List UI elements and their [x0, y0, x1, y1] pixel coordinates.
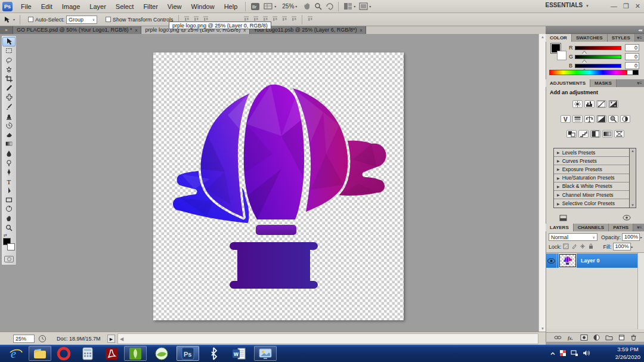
taskbar-corel-orb-icon[interactable]	[150, 346, 173, 361]
status-options-arrow[interactable]: ▶	[107, 335, 115, 343]
taskbar-acrobat-icon[interactable]	[100, 346, 123, 361]
rotate-view-tool[interactable]	[2, 205, 16, 214]
color-slider-r[interactable]: R0	[569, 44, 639, 51]
menu-help[interactable]: Help	[219, 3, 243, 10]
menu-select[interactable]: Select	[111, 3, 139, 10]
close-button[interactable]: ✕	[635, 2, 640, 10]
vibrance-icon[interactable]: V	[561, 115, 571, 123]
posterize-icon[interactable]	[578, 130, 589, 138]
menu-file[interactable]: File	[16, 3, 36, 10]
layers-scrollbar[interactable]	[637, 253, 644, 329]
opacity-value[interactable]: 100%	[622, 233, 640, 241]
taskbar-calculator-icon[interactable]	[76, 346, 99, 361]
horizontal-scrollbar[interactable]: ◀	[117, 333, 538, 344]
extras-icon[interactable]: ▾	[264, 2, 276, 10]
color-balance-icon[interactable]	[584, 115, 595, 123]
lock-all-icon[interactable]	[588, 243, 594, 250]
brightness-contrast-icon[interactable]	[572, 100, 583, 108]
dist-5[interactable]	[281, 16, 288, 23]
photoshop-logo-icon[interactable]: Ps	[2, 2, 13, 11]
rotate-view-icon[interactable]	[326, 2, 333, 10]
photo-filter-icon[interactable]	[608, 115, 618, 123]
hand-tool[interactable]	[2, 214, 16, 223]
tab-close-icon[interactable]: x	[135, 27, 137, 33]
lock-pixels-icon[interactable]	[571, 243, 577, 250]
auto-select-checkbox[interactable]	[28, 17, 33, 22]
zoom-level-dropdown[interactable]: 25%▾	[280, 2, 299, 10]
zoom-level-field[interactable]: 25%	[13, 335, 35, 343]
preset-exposure-presets[interactable]: ▶Exposure Presets	[554, 165, 629, 174]
network-icon[interactable]	[571, 349, 578, 358]
taskbar-word-icon[interactable]: w	[228, 346, 250, 361]
expand-panel-icon[interactable]	[559, 215, 567, 222]
menu-filter[interactable]: Filter	[138, 3, 162, 10]
flag-icon[interactable]	[559, 349, 566, 358]
tab-swatches[interactable]: SWATCHES	[572, 34, 608, 42]
taskbar-clock[interactable]: 3:59 PM 2/26/2020	[615, 345, 640, 361]
vertical-scrollbar[interactable]: ▲ ▼	[538, 34, 546, 332]
path-selection-tool[interactable]	[2, 186, 16, 196]
blend-mode-dropdown[interactable]: Normal∨	[549, 233, 597, 241]
taskbar-opera-icon[interactable]	[52, 346, 75, 361]
menu-view[interactable]: View	[163, 3, 187, 10]
layer-visibility-eye-icon[interactable]	[546, 253, 557, 268]
hidden-icons-arrow[interactable]	[550, 350, 555, 357]
show-transform-checkbox[interactable]	[106, 17, 111, 22]
lasso-tool[interactable]	[2, 55, 16, 65]
auto-align-icon[interactable]	[306, 16, 314, 23]
group-icon[interactable]	[605, 335, 613, 341]
color-spectrum-bar[interactable]	[549, 70, 639, 75]
gradient-map-icon[interactable]	[602, 130, 612, 138]
foreground-background-colors[interactable]: ⇄	[2, 234, 16, 252]
color-slider-b[interactable]: B0	[569, 62, 639, 69]
tab-channels[interactable]: CHANNELS	[574, 224, 609, 231]
channel-mixer-icon[interactable]	[620, 115, 630, 123]
background-color-swatch[interactable]	[7, 243, 15, 250]
reset-adjustment-icon[interactable]	[623, 215, 631, 222]
lock-transparency-icon[interactable]	[563, 243, 569, 250]
screen-mode-icon[interactable]: ▾	[359, 2, 371, 10]
preset-black-white-presets[interactable]: ▶Black & White Presets	[554, 182, 629, 191]
restore-button[interactable]: ❐	[623, 2, 629, 10]
menu-edit[interactable]: Edit	[36, 3, 57, 10]
curves-icon[interactable]	[596, 100, 606, 108]
lock-position-icon[interactable]	[580, 243, 586, 250]
mask-icon[interactable]	[580, 335, 588, 341]
fill-value[interactable]: 100%	[613, 243, 631, 250]
preset-channel-mixer-presets[interactable]: ▶Channel Mixer Presets	[554, 191, 629, 199]
gradient-tool[interactable]	[2, 140, 16, 149]
black-white-icon[interactable]	[596, 115, 606, 123]
type-tool[interactable]: T	[2, 177, 16, 186]
dodge-tool[interactable]	[2, 158, 16, 168]
history-brush-tool[interactable]	[2, 120, 16, 130]
menu-window[interactable]: Window	[187, 3, 219, 10]
blur-tool[interactable]	[2, 148, 16, 158]
document-tab-0[interactable]: GO PLACES.psd @ 50% (Your Logo1, RGB/8) …	[13, 26, 141, 34]
tab-layers[interactable]: LAYERS	[546, 224, 574, 231]
tab-color[interactable]: COLOR	[546, 34, 572, 42]
invert-icon[interactable]	[566, 130, 577, 138]
eraser-tool[interactable]	[2, 130, 16, 140]
trash-icon[interactable]	[630, 335, 637, 341]
clone-stamp-tool[interactable]	[2, 112, 16, 121]
tab-overflow-button[interactable]: »	[0, 26, 13, 34]
pen-tool[interactable]	[2, 167, 16, 177]
taskbar-bluetooth-icon[interactable]	[203, 346, 225, 361]
canvas[interactable]	[153, 52, 404, 320]
presets-scrollbar[interactable]: ▲▼	[630, 148, 636, 208]
preset-hue-saturation-presets[interactable]: ▶Hue/Saturation Presets	[554, 174, 629, 182]
panel-background-swatch[interactable]	[557, 51, 566, 60]
move-tool-options-icon[interactable]: ▾	[4, 16, 15, 23]
color-slider-g[interactable]: G0	[569, 53, 639, 60]
quick-mask-button[interactable]	[4, 256, 14, 262]
minimize-button[interactable]: —	[611, 2, 617, 10]
preset-curves-presets[interactable]: ▶Curves Presets	[554, 157, 629, 165]
layer-row[interactable]: Layer 0	[546, 253, 637, 268]
dock-collapse-bar[interactable]: ◂◂	[546, 26, 644, 34]
menu-layer[interactable]: Layer	[85, 3, 111, 10]
new-layer-icon[interactable]	[618, 335, 625, 341]
link-icon[interactable]	[554, 335, 562, 341]
levels-icon[interactable]	[584, 100, 595, 108]
taskbar-coreldraw-icon[interactable]	[124, 346, 147, 361]
taskbar-presentation-icon[interactable]	[254, 346, 277, 361]
